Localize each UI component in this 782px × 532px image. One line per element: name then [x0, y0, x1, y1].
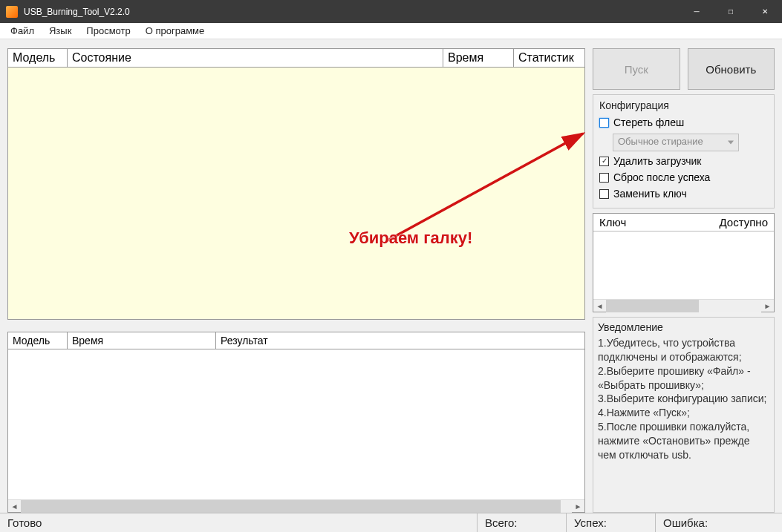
menu-about[interactable]: О программе [138, 24, 212, 38]
notify-line-4: 4.Нажмите «Пуск»; [598, 406, 769, 420]
key-scroll-left-icon[interactable]: ◄ [593, 302, 606, 310]
scroll-left-icon[interactable]: ◄ [8, 502, 21, 510]
col-status[interactable]: Состояние [68, 49, 443, 67]
col-stats[interactable]: Статистик [514, 49, 584, 67]
result-grid-body [8, 349, 584, 499]
key-scroll-right-icon[interactable]: ► [761, 302, 774, 310]
erase-mode-select: Обычное стирание [613, 134, 739, 151]
window-title: USB_Burning_Tool_V2.2.0 [24, 7, 680, 17]
col-model[interactable]: Модель [8, 49, 68, 67]
erase-bootloader-label: Удалить загрузчик [613, 155, 701, 167]
titlebar: USB_Burning_Tool_V2.2.0 ─ □ ✕ [0, 0, 782, 23]
notify-group: Уведомление 1.Убедитесь, что устройства … [593, 317, 775, 513]
key-col-key[interactable]: Ключ [599, 216, 626, 229]
content-area: Модель Состояние Время Статистик Модель … [0, 39, 782, 513]
reset-after-checkbox[interactable] [599, 173, 609, 183]
config-title: Конфигурация [599, 99, 768, 111]
menu-view[interactable]: Просмотр [79, 24, 137, 38]
minimize-button[interactable]: ─ [680, 0, 714, 23]
erase-flash-label: Стереть флеш [613, 116, 684, 128]
col2-model[interactable]: Модель [8, 332, 68, 349]
erase-bootloader-checkbox[interactable]: ✓ [599, 157, 609, 166]
result-grid-hscroll[interactable]: ◄ ► [8, 499, 584, 512]
notify-line-2: 2.Выберите прошивку «Файл» - «Выбрать пр… [598, 364, 769, 393]
close-button[interactable]: ✕ [748, 0, 782, 23]
status-ready: Готово [0, 513, 478, 532]
notify-line-1: 1.Убедитесь, что устройства подключены и… [598, 336, 769, 364]
left-column: Модель Состояние Время Статистик Модель … [7, 48, 585, 513]
erase-flash-checkbox[interactable] [599, 118, 609, 128]
status-success: Успех: [567, 513, 656, 532]
device-grid-body [8, 68, 584, 319]
start-button[interactable]: Пуск [593, 48, 680, 90]
key-col-avail[interactable]: Доступно [720, 216, 768, 229]
col2-result[interactable]: Результат [216, 332, 584, 349]
config-group: Конфигурация Стереть флеш Обычное стиран… [593, 94, 775, 208]
key-scroll-thumb[interactable] [606, 300, 699, 312]
result-grid: Модель Время Результат ◄ ► [7, 332, 585, 513]
notify-line-3: 3.Выберите конфигурацию записи; [598, 392, 769, 406]
status-total: Всего: [478, 513, 567, 532]
menu-lang[interactable]: Язык [42, 24, 79, 38]
replace-key-checkbox[interactable] [599, 189, 609, 199]
status-error: Ошибка: [656, 513, 782, 532]
col2-time[interactable]: Время [68, 332, 216, 349]
menubar: Файл Язык Просмотр О программе [0, 23, 782, 39]
col-time[interactable]: Время [443, 49, 514, 67]
key-list-header: Ключ Доступно [593, 214, 774, 231]
key-hscroll[interactable]: ◄ ► [593, 299, 774, 312]
right-column: Пуск Обновить Конфигурация Стереть флеш … [593, 48, 775, 513]
scroll-thumb[interactable] [21, 500, 561, 513]
status-bar: Готово Всего: Успех: Ошибка: [0, 513, 782, 532]
result-grid-header: Модель Время Результат [8, 332, 584, 349]
refresh-button[interactable]: Обновить [688, 48, 775, 90]
reset-after-label: Сброс после успеха [613, 171, 710, 183]
action-buttons: Пуск Обновить [593, 48, 775, 90]
menu-file[interactable]: Файл [3, 24, 42, 38]
key-list-body [593, 231, 774, 299]
scroll-right-icon[interactable]: ► [572, 502, 584, 510]
key-list: Ключ Доступно ◄ ► [593, 213, 775, 312]
app-icon [6, 6, 18, 18]
device-grid: Модель Состояние Время Статистик [7, 48, 585, 320]
notify-line-5: 5.После прошивки пожалуйста, нажмите «Ос… [598, 420, 769, 462]
replace-key-label: Заменить ключ [613, 188, 687, 200]
device-grid-header: Модель Состояние Время Статистик [8, 49, 584, 68]
maximize-button[interactable]: □ [714, 0, 748, 23]
notify-title: Уведомление [598, 321, 769, 335]
